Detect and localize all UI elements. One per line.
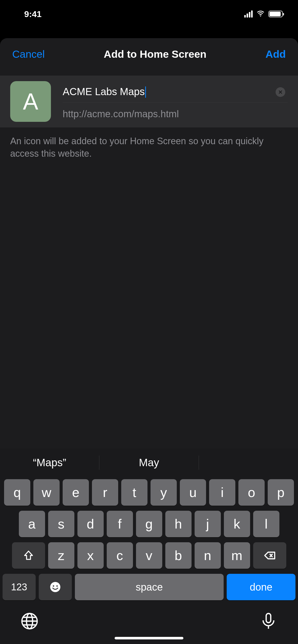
hint-text: An icon will be added to your Home Scree… (0, 127, 298, 167)
suggestions-bar: “Maps” May (0, 449, 298, 477)
key-m[interactable]: m (224, 542, 250, 569)
globe-icon[interactable] (20, 612, 39, 631)
keyboard: “Maps” May q w e r t y u i o p a s d (0, 449, 298, 644)
site-icon: A (10, 81, 51, 122)
backspace-key[interactable] (253, 542, 286, 569)
key-r[interactable]: r (92, 479, 118, 506)
status-icons (244, 9, 283, 19)
key-u[interactable]: u (180, 479, 206, 506)
cellular-signal-icon (244, 10, 253, 18)
key-p[interactable]: p (268, 479, 294, 506)
status-bar: 9:41 (0, 0, 298, 28)
svg-rect-6 (266, 613, 271, 623)
key-row-3: z x c v b n m (3, 542, 295, 569)
microphone-icon[interactable] (259, 612, 278, 631)
key-f[interactable]: f (107, 511, 133, 537)
key-z[interactable]: z (48, 542, 74, 569)
add-button[interactable]: Add (265, 48, 286, 60)
svg-point-1 (50, 582, 60, 592)
numbers-key[interactable]: 123 (3, 574, 36, 600)
suggestion-2[interactable]: May (99, 449, 198, 477)
nav-bar: Cancel Add to Home Screen Add (0, 38, 298, 76)
sheet: Cancel Add to Home Screen Add A ACME Lab… (0, 38, 298, 644)
url-text: http://acme.com/maps.html (63, 103, 288, 121)
key-s[interactable]: s (48, 511, 74, 537)
shift-key[interactable] (12, 542, 45, 569)
text-cursor (145, 86, 146, 98)
battery-icon (268, 11, 283, 17)
key-l[interactable]: l (253, 511, 279, 537)
status-time: 9:41 (24, 9, 42, 19)
key-q[interactable]: q (4, 479, 30, 506)
svg-point-2 (53, 585, 54, 587)
key-row-2: a s d f g h j k l (3, 511, 295, 537)
key-g[interactable]: g (136, 511, 162, 537)
clear-text-button[interactable] (276, 87, 285, 97)
key-c[interactable]: c (107, 542, 133, 569)
key-y[interactable]: y (151, 479, 177, 506)
svg-point-0 (260, 16, 261, 17)
title-input[interactable]: ACME Labs Maps (63, 82, 146, 102)
emoji-key[interactable] (39, 574, 72, 600)
suggestion-1[interactable]: “Maps” (0, 449, 99, 477)
form-fields: ACME Labs Maps http://acme.com/maps.html (63, 82, 288, 121)
key-t[interactable]: t (121, 479, 147, 506)
key-j[interactable]: j (195, 511, 221, 537)
key-rows: q w e r t y u i o p a s d f g h j k l (0, 477, 298, 569)
key-row-1: q w e r t y u i o p (3, 479, 295, 506)
svg-point-3 (56, 585, 58, 587)
key-k[interactable]: k (224, 511, 250, 537)
home-indicator[interactable] (115, 637, 183, 639)
key-row-bottom: 123 space done (0, 574, 298, 604)
key-n[interactable]: n (195, 542, 221, 569)
title-input-value: ACME Labs Maps (63, 86, 145, 97)
key-a[interactable]: a (19, 511, 45, 537)
space-key[interactable]: space (75, 574, 224, 600)
key-x[interactable]: x (77, 542, 104, 569)
cancel-button[interactable]: Cancel (12, 48, 45, 60)
key-b[interactable]: b (165, 542, 192, 569)
done-key[interactable]: done (227, 574, 295, 600)
form-section: A ACME Labs Maps http://acme.com/maps.ht… (0, 76, 298, 127)
wifi-icon (256, 9, 265, 19)
page-title: Add to Home Screen (104, 48, 206, 60)
key-o[interactable]: o (238, 479, 265, 506)
key-v[interactable]: v (136, 542, 162, 569)
key-h[interactable]: h (165, 511, 192, 537)
key-d[interactable]: d (77, 511, 104, 537)
key-e[interactable]: e (63, 479, 89, 506)
suggestion-3[interactable] (199, 449, 298, 477)
key-w[interactable]: w (33, 479, 60, 506)
key-i[interactable]: i (209, 479, 235, 506)
